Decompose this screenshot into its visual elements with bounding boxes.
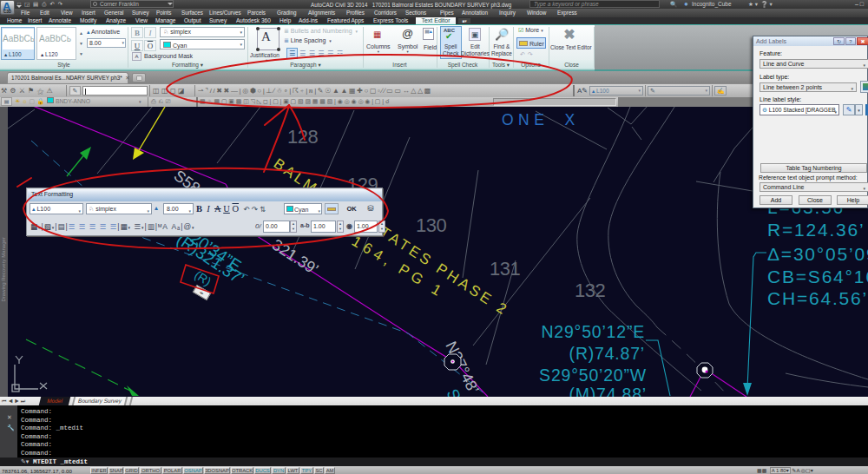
svg-text:ONE X: ONE X [502, 111, 580, 128]
svg-text:321.39’: 321.39’ [269, 236, 321, 279]
svg-text:CB=S64°16: CB=S64°16 [767, 267, 868, 286]
svg-text:R=124.36’: R=124.36’ [767, 220, 865, 240]
svg-text:N29°50’12”E: N29°50’12”E [541, 322, 645, 341]
svg-text:(R)74.87’: (R)74.87’ [569, 344, 645, 363]
svg-text:130: 130 [416, 214, 446, 236]
svg-text:128: 128 [287, 126, 318, 148]
svg-text:132: 132 [575, 280, 605, 301]
svg-text:CH=64.56’: CH=64.56’ [767, 288, 868, 308]
svg-text:Δ=30°05’09: Δ=30°05’09 [767, 244, 868, 264]
svg-text:131: 131 [490, 258, 520, 280]
svg-text:S29°50’20”W: S29°50’20”W [539, 365, 647, 385]
svg-text:(M)74.88’: (M)74.88’ [569, 385, 647, 397]
